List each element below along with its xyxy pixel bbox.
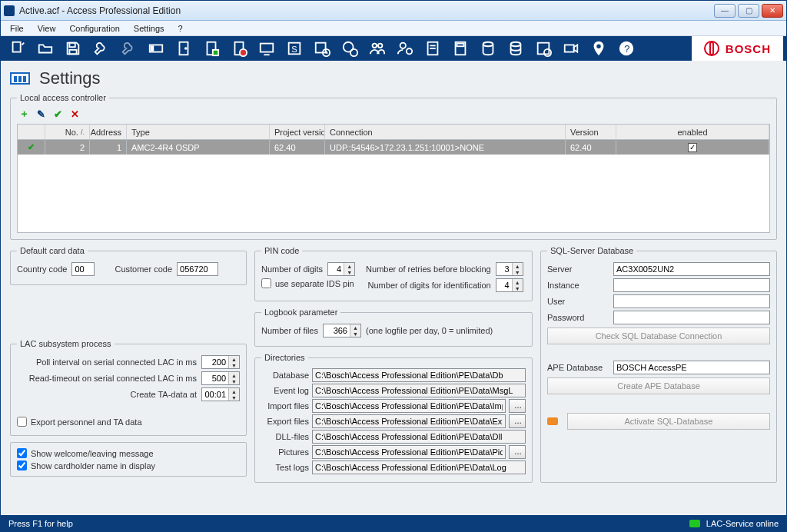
door-green-icon[interactable] [198, 36, 225, 61]
help-icon[interactable]: ? [613, 36, 640, 61]
cell-version: 62.40 [566, 140, 616, 155]
th-no[interactable]: No. /. [45, 125, 90, 139]
sql-password-label: Password [547, 313, 609, 322]
ape-db-label: APE Database [547, 363, 609, 372]
ids-pin-checkbox[interactable] [261, 278, 271, 288]
pin-retries-spinner[interactable]: ▲▼ [496, 262, 523, 276]
lac-fieldset: Local access controller ＋ ✎ ✔ ✕ No. /. A… [10, 93, 777, 240]
menu-settings[interactable]: Settings [131, 22, 168, 35]
pin-digits-spinner[interactable]: ▲▼ [327, 262, 355, 276]
dir-import-input[interactable] [312, 399, 506, 413]
camera-icon[interactable] [557, 36, 585, 61]
calendar-clock-icon[interactable] [308, 36, 336, 61]
read-spinner[interactable]: ▲▼ [201, 371, 240, 385]
th-enabled[interactable]: enabled [616, 125, 769, 139]
open-icon[interactable] [32, 36, 59, 61]
wrench2-icon[interactable] [115, 36, 142, 61]
svg-rect-0 [13, 42, 21, 52]
lac-apply-button[interactable]: ✔ [51, 107, 65, 121]
monitor-icon[interactable] [253, 36, 281, 61]
sql-create-button[interactable]: Create APE Database [547, 377, 770, 394]
door-icon[interactable] [170, 36, 198, 61]
dir-import-label: Import files [261, 401, 309, 411]
dir-test-input[interactable] [312, 461, 526, 474]
directories-fieldset: Directories Database Event log Import fi… [254, 353, 533, 483]
sql-user-input[interactable] [613, 294, 770, 308]
country-code-input[interactable] [71, 262, 95, 276]
svg-rect-8 [213, 50, 218, 55]
customer-code-input[interactable] [177, 262, 218, 276]
dir-import-browse-button[interactable]: … [509, 399, 526, 413]
window-minimize-button[interactable]: — [714, 4, 736, 18]
calculator-txt-icon[interactable] [447, 36, 474, 61]
cell-type: AMC2-4R4 OSDP [127, 140, 270, 155]
directories-legend: Directories [261, 353, 308, 362]
ape-db-input[interactable] [613, 361, 770, 374]
pin-legend: PIN code [261, 246, 302, 255]
window-maximize-button[interactable]: ▢ [738, 4, 759, 18]
ta-spinner[interactable]: ▲▼ [201, 387, 240, 401]
lac-add-button[interactable]: ＋ [17, 107, 31, 121]
pin-id-digits-spinner[interactable]: ▲▼ [496, 278, 523, 292]
th-version[interactable]: Version [566, 125, 616, 139]
pin-retries-label: Number of retries before blocking [366, 264, 491, 274]
th-address[interactable]: Address [90, 125, 127, 139]
svg-point-20 [400, 43, 406, 48]
sql-instance-input[interactable] [613, 278, 770, 292]
cell-connection: UDP.:54546>172.23.1.251:10001>NONE [325, 140, 566, 155]
dir-dll-input[interactable] [312, 430, 526, 444]
menu-file[interactable]: File [7, 22, 27, 35]
customer-code-label: Customer code [115, 264, 172, 274]
door-red-icon[interactable] [225, 36, 253, 61]
lac-edit-button[interactable]: ✎ [34, 107, 48, 121]
svg-point-28 [544, 49, 551, 56]
show-cardholder-checkbox[interactable] [17, 461, 27, 470]
location-pin-icon[interactable] [585, 36, 613, 61]
th-project-version[interactable]: Project version [270, 125, 325, 139]
dir-db-input[interactable] [312, 368, 526, 382]
dir-pictures-input[interactable] [312, 445, 506, 459]
lac-delete-button[interactable]: ✕ [68, 107, 81, 121]
db-txt-icon[interactable] [474, 36, 502, 61]
sql-server-input[interactable] [613, 262, 770, 276]
sql-activate-button[interactable]: Activate SQL-Database [567, 413, 770, 430]
lac-row[interactable]: ✔ 2 1 AMC2-4R4 OSDP 62.40 UDP.:54546>172… [18, 140, 769, 155]
poll-label: Poll interval on serial connected LAC in… [36, 357, 197, 367]
cell-enabled-checkbox[interactable] [688, 143, 697, 152]
poll-spinner[interactable]: ▲▼ [201, 355, 240, 369]
svg-rect-24 [457, 44, 463, 47]
schedule-s-icon[interactable]: S [281, 36, 308, 61]
dir-event-input[interactable] [312, 384, 526, 397]
show-welcome-checkbox[interactable] [17, 448, 27, 458]
new-icon[interactable] [4, 36, 32, 61]
th-status[interactable] [18, 125, 45, 139]
th-connection[interactable]: Connection [325, 125, 566, 139]
wrench-icon[interactable] [87, 36, 115, 61]
svg-rect-14 [316, 43, 326, 53]
save-icon[interactable] [59, 36, 87, 61]
logbook-files-spinner[interactable]: ▲▼ [323, 324, 361, 337]
reader-icon[interactable] [142, 36, 170, 61]
globe-clock-icon[interactable] [336, 36, 364, 61]
menu-help[interactable]: ? [175, 22, 186, 35]
xml-icon[interactable] [530, 36, 557, 61]
th-type[interactable]: Type [127, 125, 270, 139]
dir-export-input[interactable] [312, 414, 506, 428]
dir-export-browse-button[interactable]: … [509, 414, 526, 428]
user-gear-icon[interactable] [391, 36, 419, 61]
show-welcome-label: Show welcome/leaving message [31, 449, 154, 458]
logbook-legend: Logbook parameter [261, 308, 340, 317]
status-help: Press F1 for help [8, 519, 73, 528]
persons-icon[interactable] [364, 36, 391, 61]
menu-view[interactable]: View [35, 22, 59, 35]
export-personnel-checkbox[interactable] [17, 417, 27, 427]
svg-rect-2 [69, 50, 76, 55]
sql-check-button[interactable]: Check SQL Database Connection [547, 328, 770, 344]
dir-pictures-browse-button[interactable]: … [509, 445, 526, 459]
db-data-icon[interactable] [502, 36, 530, 61]
pin-fieldset: PIN code Number of digits ▲▼ use separat… [254, 246, 533, 301]
window-close-button[interactable]: ✕ [762, 4, 783, 18]
menu-configuration[interactable]: Configuration [66, 22, 122, 35]
sql-password-input[interactable] [613, 311, 770, 324]
report-txt-icon[interactable] [419, 36, 447, 61]
